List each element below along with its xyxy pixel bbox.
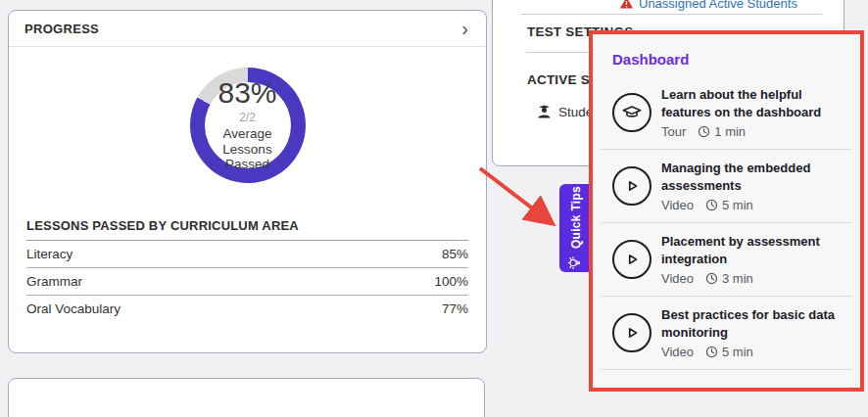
tip-type: Video <box>661 345 694 359</box>
donut-caption-line2: Lessons Passed <box>205 142 291 173</box>
quick-tips-button[interactable]: Quick Tips <box>559 184 590 272</box>
tip-duration: 3 min <box>722 271 753 286</box>
clock-icon <box>705 199 718 211</box>
progress-donut-center: 83% 2/2 Average Lessons Passed <box>205 82 291 168</box>
list-item-video-embedded-assessments[interactable]: Managing the embedded assessments Video … <box>601 150 852 223</box>
lesson-label: Literacy <box>26 247 72 261</box>
tip-duration: 5 min <box>722 345 753 359</box>
lesson-value: 100% <box>434 274 468 289</box>
quick-tips-panel: Dashboard Learn about the helpful featur… <box>589 30 864 392</box>
graduation-cap-icon <box>612 93 651 132</box>
warning-triangle-icon <box>620 0 633 9</box>
student-person-icon <box>537 105 552 119</box>
table-row: Oral Vocabulary 77% <box>26 296 468 322</box>
lessons-section-title: LESSONS PASSED BY CURRICULUM AREA <box>26 218 468 241</box>
tip-type: Video <box>661 271 694 286</box>
clock-icon <box>705 346 718 358</box>
tip-type: Video <box>661 198 694 212</box>
progress-card-header: PROGRESS › <box>9 11 486 47</box>
progress-donut: 83% 2/2 Average Lessons Passed <box>190 68 306 183</box>
donut-percent-value: 83% <box>217 78 276 108</box>
progress-card: PROGRESS › 83% 2/2 Average Lessons Passe… <box>8 10 487 353</box>
bottom-card-partial <box>8 378 485 417</box>
quick-tips-button-inner: Quick Tips <box>559 184 590 272</box>
clock-icon <box>705 272 718 285</box>
lesson-value: 77% <box>442 301 468 316</box>
unassigned-link-label: Unassigned Active Students <box>639 0 797 11</box>
list-item-video-data-monitoring[interactable]: Best practices for basic data monitoring… <box>601 297 852 370</box>
list-item-tour-dashboard[interactable]: Learn about the helpful features on the … <box>601 76 852 150</box>
tip-title: Managing the embedded assessments <box>661 160 848 194</box>
play-circle-icon <box>612 166 651 206</box>
tip-title: Placement by assessment integration <box>661 233 848 267</box>
play-circle-icon <box>612 240 651 279</box>
lightbulb-icon <box>567 255 582 270</box>
chevron-right-icon[interactable]: › <box>459 19 470 38</box>
divider <box>520 14 822 15</box>
quick-tips-panel-title: Dashboard <box>612 51 860 68</box>
tip-duration: 5 min <box>722 198 753 212</box>
tip-duration: 1 min <box>714 124 746 139</box>
clock-icon <box>698 125 710 138</box>
quick-tips-button-label: Quick Tips <box>568 186 582 249</box>
table-row: Grammar 100% <box>26 268 468 296</box>
list-item-video-placement-integration[interactable]: Placement by assessment integration Vide… <box>601 223 852 297</box>
dashboard-screenshot: PROGRESS › 83% 2/2 Average Lessons Passe… <box>0 0 868 417</box>
table-row: Literacy 85% <box>26 241 468 268</box>
tip-title: Learn about the helpful features on the … <box>661 86 848 120</box>
lesson-value: 85% <box>442 247 468 261</box>
lessons-section: LESSONS PASSED BY CURRICULUM AREA Litera… <box>26 218 468 322</box>
progress-card-title: PROGRESS <box>24 22 99 36</box>
unassigned-active-students-link[interactable]: Unassigned Active Students <box>620 0 797 11</box>
tip-title: Best practices for basic data monitoring <box>661 306 848 341</box>
tip-type: Tour <box>661 124 686 139</box>
lesson-label: Grammar <box>26 274 82 289</box>
quick-tips-list: Learn about the helpful features on the … <box>601 76 852 370</box>
play-circle-icon <box>612 313 651 352</box>
lesson-label: Oral Vocabulary <box>26 301 121 316</box>
donut-caption-line1: Average <box>222 126 271 142</box>
donut-fraction: 2/2 <box>239 111 256 124</box>
